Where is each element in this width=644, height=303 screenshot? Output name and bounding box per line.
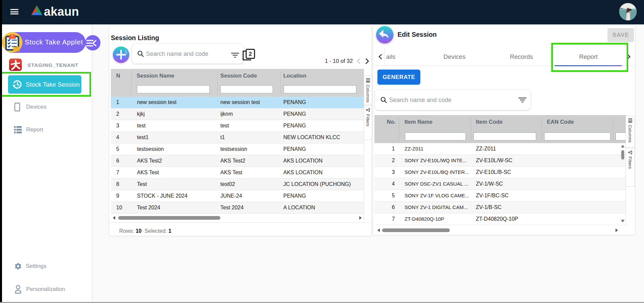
svg-text:2: 2 (249, 51, 252, 57)
